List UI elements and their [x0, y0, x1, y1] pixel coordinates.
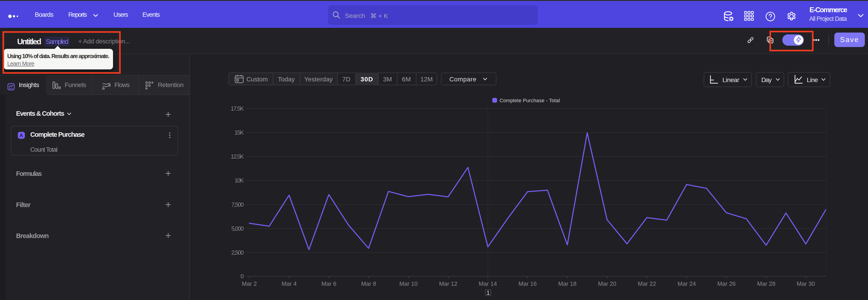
svg-text:0: 0 [241, 273, 244, 280]
svg-text:Mar 4: Mar 4 [282, 280, 297, 287]
svg-text:2,500: 2,500 [231, 249, 244, 256]
svg-text:Mar 18: Mar 18 [558, 280, 577, 287]
svg-text:Mar 8: Mar 8 [361, 280, 376, 287]
svg-text:Mar 2: Mar 2 [242, 280, 257, 287]
svg-text:Mar 12: Mar 12 [439, 280, 458, 287]
svg-text:7,500: 7,500 [231, 201, 244, 208]
svg-text:Mar 22: Mar 22 [638, 280, 656, 287]
svg-text:Mar 28: Mar 28 [757, 280, 776, 287]
svg-text:Mar 20: Mar 20 [598, 280, 616, 287]
svg-text:Mar 24: Mar 24 [678, 280, 696, 287]
svg-text:5,000: 5,000 [231, 225, 244, 232]
svg-text:17.5K: 17.5K [231, 105, 244, 112]
svg-text:Mar 6: Mar 6 [321, 280, 336, 287]
svg-text:Mar 30: Mar 30 [797, 280, 815, 287]
svg-text:Mar 14: Mar 14 [479, 280, 497, 287]
svg-text:10K: 10K [235, 177, 244, 184]
svg-text:12.5K: 12.5K [231, 153, 244, 160]
svg-text:15K: 15K [235, 129, 244, 136]
svg-text:Mar 10: Mar 10 [399, 280, 418, 287]
svg-text:Mar 26: Mar 26 [717, 280, 736, 287]
svg-text:Mar 16: Mar 16 [519, 280, 537, 287]
